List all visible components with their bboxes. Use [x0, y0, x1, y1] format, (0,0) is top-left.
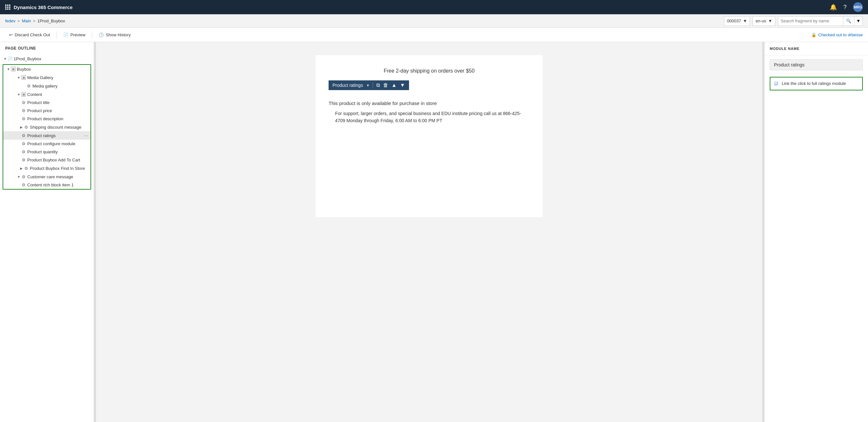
locale-dropdown[interactable]: en-us ▼ — [752, 16, 775, 26]
gear-icon: ⚙ — [22, 158, 26, 162]
store-message: This product is only available for purch… — [329, 100, 530, 106]
topbar-icons: 🔔 ? MRG — [830, 2, 863, 12]
tree-label: Content rich block item 1 — [26, 183, 88, 187]
tree-label: Product Buybox Add To Cart — [26, 158, 88, 162]
tree-item-product-description[interactable]: ⚙ Product description — [3, 115, 91, 123]
tree-item-product-price[interactable]: ⚙ Product price — [3, 107, 91, 115]
undo-icon: ↩ — [9, 32, 13, 37]
tree-item-media-gallery-group[interactable]: ▼ ⊞ Media Gallery — [3, 73, 91, 82]
expand-icon[interactable]: ▶ — [19, 166, 24, 171]
buybox-outline: ▼ ⊞ Buybox ▼ ⊞ Media Gallery ⚙ Media gal… — [3, 64, 91, 190]
file-icon: 📄 — [8, 56, 12, 61]
bell-icon[interactable]: 🔔 — [830, 4, 837, 11]
tree-item-buybox[interactable]: ▼ ⊞ Buybox — [3, 65, 91, 73]
tree-item-product-title[interactable]: ⚙ Product title — [3, 99, 91, 107]
module-icon: ⊞ — [22, 75, 26, 80]
expand-icon[interactable]: ▼ — [16, 174, 22, 179]
ellipsis-button[interactable]: ··· — [84, 133, 88, 138]
tree-label: Product description — [26, 116, 88, 121]
delete-icon[interactable]: 🗑 — [383, 82, 388, 88]
topbar: Dynamics 365 Commerce 🔔 ? MRG — [0, 0, 868, 14]
gear-icon: ⚙ — [22, 150, 26, 154]
history-icon: 🕐 — [99, 32, 104, 37]
checkbox-checked-icon[interactable]: ☑ — [774, 81, 778, 86]
tree-label: Content — [26, 92, 88, 97]
ratings-toolbar-label: Product ratings — [333, 83, 363, 88]
move-down-icon[interactable]: ▼ — [400, 82, 405, 88]
expand-icon[interactable]: ▼ — [6, 66, 11, 72]
avatar[interactable]: MRG — [853, 2, 863, 12]
tree-item-customer-care[interactable]: ▼ ⚙ Customer care message — [3, 172, 91, 181]
move-up-icon[interactable]: ▲ — [392, 82, 397, 88]
breadcrumb-controls: 000037 ▼ en-us ▼ 🔍 ▼ — [724, 16, 863, 26]
gear-icon: ⚙ — [22, 117, 26, 121]
tree-label: Customer care message — [26, 174, 88, 179]
tree-label: Product title — [26, 100, 88, 105]
show-history-button[interactable]: 🕐 Show History — [95, 30, 134, 39]
gear-icon: ⚙ — [22, 133, 26, 138]
chevron-down-icon: ▼ — [743, 19, 747, 23]
lock-icon: 🔒 — [811, 32, 816, 37]
tree-label: Product price — [26, 108, 88, 113]
toolbar: ↩ Discard Check Out 📄 Preview 🕐 Show His… — [0, 28, 868, 42]
gear-icon: ⚙ — [24, 166, 29, 170]
search-input[interactable] — [778, 17, 843, 25]
expand-icon[interactable]: ▼ — [16, 92, 22, 97]
tree-label: Shipping discount message — [29, 125, 88, 130]
tree-item-product-findinstore[interactable]: ▶ ⚙ Product Buybox Find In Store — [3, 164, 91, 172]
tree-label: Product ratings — [26, 133, 84, 138]
help-icon[interactable]: ? — [843, 4, 846, 11]
sidebar-header: Page Outline — [0, 42, 94, 55]
right-panel-header: MODULE NAME — [765, 42, 868, 56]
grid-icon — [5, 4, 10, 10]
right-panel: MODULE NAME Product ratings ☑ Link the c… — [764, 42, 868, 422]
checkbox-label: Link the click to full ratings module — [782, 81, 846, 87]
tree-label: Media Gallery — [26, 75, 88, 80]
tree-item-content-group[interactable]: ▼ ⊞ Content — [3, 90, 91, 99]
store-dropdown[interactable]: 000037 ▼ — [724, 16, 750, 26]
tree-item-product-addtocart[interactable]: ⚙ Product Buybox Add To Cart — [3, 156, 91, 164]
tree-item-1prod-buybox[interactable]: ▼ 📄 1Prod_Buybox — [0, 55, 94, 63]
copy-icon[interactable]: ⧉ — [376, 82, 380, 88]
breadcrumb-current: 1Prod_Buybox — [37, 19, 65, 23]
module-icon: ⊞ — [22, 92, 26, 97]
expand-icon[interactable]: ▶ — [19, 125, 24, 130]
shipping-message: Free 2-day shipping on orders over $50 — [329, 68, 530, 74]
support-message: For support, larger orders, and special … — [329, 110, 530, 125]
ratings-caret-icon: ▼ — [366, 84, 369, 87]
gear-icon: ⚙ — [22, 100, 26, 105]
breadcrumb-fedev[interactable]: fedev — [5, 19, 16, 23]
gear-icon: ⚙ — [22, 183, 26, 187]
content-area: Free 2-day shipping on orders over $50 P… — [96, 42, 762, 422]
tree-item-product-ratings[interactable]: ⚙ Product ratings ··· — [3, 131, 91, 140]
breadcrumb-sep-1: > — [18, 19, 20, 23]
module-icon: ⊞ — [11, 67, 16, 71]
discard-checkout-button[interactable]: ↩ Discard Check Out — [5, 30, 54, 39]
breadcrumb-main[interactable]: Main — [22, 19, 31, 23]
chevron-down-icon: ▼ — [768, 19, 772, 23]
tree-label: Product Buybox Find In Store — [29, 166, 88, 171]
module-name-display: Product ratings — [770, 59, 863, 70]
tree-item-shipping-discount[interactable]: ▶ ⚙ Shipping discount message — [3, 123, 91, 131]
search-button[interactable]: 🔍 — [843, 17, 854, 26]
app-grid-menu[interactable] — [5, 4, 13, 10]
tree-item-content-rich-block[interactable]: ⚙ Content rich block item 1 — [3, 181, 91, 189]
tree-item-product-configure[interactable]: ⚙ Product configure module — [3, 140, 91, 148]
breadcrumb-sep-2: > — [33, 19, 36, 23]
preview-button[interactable]: 📄 Preview — [59, 30, 89, 39]
search-dropdown-button[interactable]: ▼ — [854, 17, 863, 26]
app-title: Dynamics 365 Commerce — [13, 4, 73, 10]
tree-label: Media gallery — [31, 84, 88, 89]
gear-icon: ⚙ — [24, 125, 29, 129]
tree-item-media-gallery[interactable]: ⚙ Media gallery — [3, 82, 91, 90]
tree-label: Product quantity — [26, 150, 88, 154]
sidebar: Page Outline ▼ 📄 1Prod_Buybox ▼ ⊞ Buybox… — [0, 42, 94, 422]
expand-icon[interactable]: ▼ — [3, 56, 8, 61]
expand-icon[interactable]: ▼ — [16, 75, 22, 80]
gear-icon: ⚙ — [22, 174, 26, 179]
tree-label: 1Prod_Buybox — [12, 56, 91, 61]
main-layout: Page Outline ▼ 📄 1Prod_Buybox ▼ ⊞ Buybox… — [0, 42, 868, 422]
ratings-toolbar: Product ratings ▼ ⧉ 🗑 ▲ ▼ — [329, 80, 409, 90]
tree-item-product-quantity[interactable]: ⚙ Product quantity — [3, 148, 91, 156]
breadcrumb-bar: fedev > Main > 1Prod_Buybox 000037 ▼ en-… — [0, 14, 868, 28]
